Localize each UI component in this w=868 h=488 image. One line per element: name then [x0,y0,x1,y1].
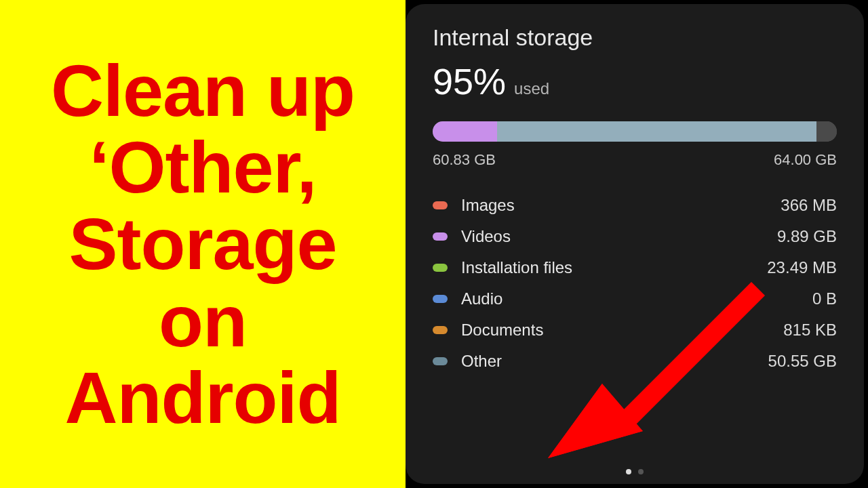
category-dot-icon [433,326,448,334]
category-dot-icon [433,264,448,272]
category-size: 50.55 GB [768,352,837,371]
bar-segment-main [497,121,816,142]
storage-title: Internal storage [433,24,837,51]
category-size: 0 B [812,289,837,308]
category-row-installation-files[interactable]: Installation files23.49 MB [433,258,837,277]
category-row-audio[interactable]: Audio0 B [433,289,837,308]
category-dot-icon [433,357,448,365]
banner-line-1: Clean up [51,52,355,129]
total-amount: 64.00 GB [774,151,837,169]
used-amount: 60.83 GB [433,151,496,169]
category-dot-icon [433,232,448,241]
pager-dot[interactable] [638,469,644,474]
pager[interactable] [406,469,864,474]
bar-labels: 60.83 GB 64.00 GB [433,151,837,169]
category-dot-icon [433,201,448,209]
banner-line-4: on [159,283,247,359]
category-list: Images366 MBVideos9.89 GBInstallation fi… [433,196,837,371]
category-name: Images [461,196,781,215]
category-size: 23.49 MB [767,258,837,277]
category-name: Other [461,352,768,371]
category-size: 366 MB [781,196,837,215]
bar-segment-videos [433,121,497,142]
banner-line-3: Storage [68,205,336,282]
storage-panel: Internal storage 95% used 60.83 GB 64.00… [406,4,864,484]
category-row-images[interactable]: Images366 MB [433,196,837,215]
used-label: used [514,79,549,98]
category-dot-icon [433,295,448,303]
banner-line-2: ‘Other, [89,129,316,205]
category-row-documents[interactable]: Documents815 KB [433,321,837,340]
percent-value: 95% [433,60,506,102]
category-name: Installation files [461,258,767,277]
category-row-videos[interactable]: Videos9.89 GB [433,227,837,246]
category-row-other[interactable]: Other50.55 GB [433,352,837,371]
bar-segment-free [816,121,837,142]
category-name: Documents [461,321,783,340]
storage-bar[interactable] [433,121,837,142]
arrow-head [548,384,643,458]
percent-row: 95% used [433,60,837,102]
category-name: Audio [461,289,812,308]
thumbnail-banner: Clean up ‘Other, Storage on Android [0,0,406,488]
category-name: Videos [461,227,777,246]
arrow-head-fill [548,384,643,458]
banner-line-5: Android [65,359,341,436]
category-size: 815 KB [783,321,837,340]
category-size: 9.89 GB [777,227,837,246]
pager-dot[interactable] [626,469,631,474]
